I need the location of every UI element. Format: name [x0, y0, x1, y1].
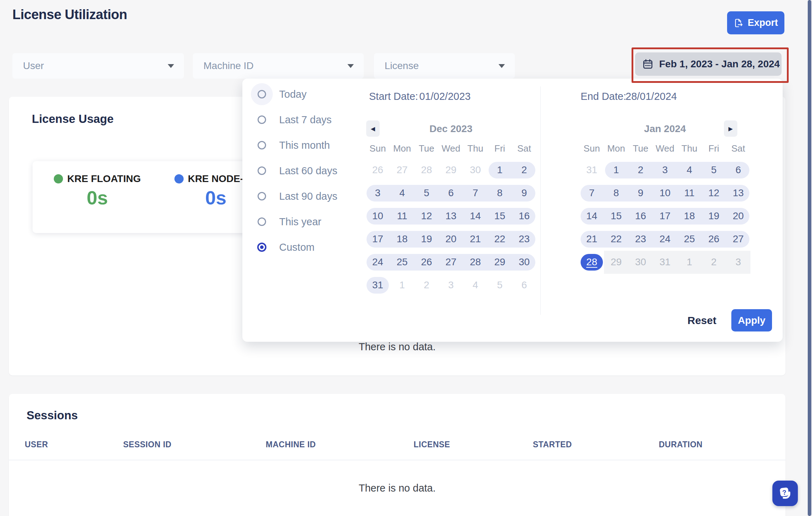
calendar-day[interactable]: 23	[512, 233, 536, 245]
calendar-day[interactable]: 3	[365, 187, 390, 199]
calendar-day[interactable]: 30	[463, 164, 488, 176]
calendar-day[interactable]: 22	[604, 233, 628, 245]
radio-checked-icon[interactable]	[257, 243, 266, 252]
calendar-day[interactable]: 15	[488, 210, 512, 222]
calendar-day[interactable]: 3	[653, 164, 677, 176]
calendar-day[interactable]: 24	[365, 256, 390, 268]
calendar-day[interactable]: 27	[726, 233, 750, 245]
calendar-day[interactable]: 13	[726, 187, 750, 199]
calendar-day[interactable]: 28	[414, 164, 439, 176]
calendar-day[interactable]: 2	[512, 164, 536, 176]
calendar-day[interactable]: 1	[604, 164, 628, 176]
calendar-day[interactable]: 25	[390, 256, 414, 268]
calendar-day[interactable]: 5	[414, 187, 439, 199]
calendar-day[interactable]: 11	[677, 187, 702, 199]
calendar-day[interactable]: 3	[439, 279, 463, 291]
preset-option-last-7-days[interactable]: Last 7 days	[242, 107, 364, 132]
calendar-day[interactable]: 24	[653, 233, 677, 245]
radio-icon[interactable]	[258, 90, 266, 98]
calendar-day[interactable]: 20	[439, 233, 463, 245]
export-button[interactable]: Export	[727, 11, 784, 34]
calendar-day[interactable]: 23	[628, 233, 653, 245]
calendar-day[interactable]: 29	[604, 256, 628, 268]
calendar-day[interactable]: 31	[653, 256, 677, 268]
calendar-day[interactable]: 4	[463, 279, 488, 291]
calendar-day[interactable]: 18	[677, 210, 702, 222]
reset-button[interactable]: Reset	[687, 314, 716, 327]
calendar-day[interactable]: 2	[628, 164, 653, 176]
user-filter-dropdown[interactable]: User	[12, 53, 184, 79]
calendar-day[interactable]: 26	[365, 164, 390, 176]
calendar-day[interactable]: 5	[488, 279, 512, 291]
calendar-day[interactable]: 19	[702, 210, 726, 222]
calendar-day[interactable]: 21	[580, 233, 604, 245]
calendar-day[interactable]: 4	[390, 187, 414, 199]
calendar-day[interactable]: 1	[390, 279, 414, 291]
calendar-day[interactable]: 16	[512, 210, 536, 222]
apply-button[interactable]: Apply	[731, 309, 772, 331]
calendar-day[interactable]: 6	[512, 279, 536, 291]
calendar-day[interactable]: 6	[726, 164, 750, 176]
calendar-day[interactable]: 29	[439, 164, 463, 176]
calendar-day[interactable]: 28	[463, 256, 488, 268]
calendar-day[interactable]: 9	[512, 187, 536, 199]
calendar-day[interactable]: 22	[488, 233, 512, 245]
preset-option-last-60-days[interactable]: Last 60 days	[242, 158, 364, 183]
calendar-day[interactable]: 13	[439, 210, 463, 222]
calendar-day[interactable]: 17	[653, 210, 677, 222]
calendar-day[interactable]: 11	[390, 210, 414, 222]
calendar-day[interactable]: 16	[628, 210, 653, 222]
preset-option-this-month[interactable]: This month	[242, 132, 364, 158]
calendar-day[interactable]: 10	[365, 210, 390, 222]
calendar-day[interactable]: 3	[726, 256, 750, 268]
preset-option-today[interactable]: Today	[242, 81, 364, 107]
calendar-day[interactable]: 19	[414, 233, 439, 245]
license-filter-dropdown[interactable]: License	[374, 53, 515, 79]
help-button[interactable]: ?	[772, 481, 798, 506]
calendar-day[interactable]: 25	[677, 233, 702, 245]
radio-icon[interactable]	[258, 115, 266, 124]
calendar-day[interactable]: 10	[653, 187, 677, 199]
calendar-day[interactable]: 17	[365, 233, 390, 245]
calendar-day[interactable]: 28	[580, 256, 604, 268]
end-date-value[interactable]: 28/01/2024	[626, 91, 677, 102]
preset-option-this-year[interactable]: This year	[242, 209, 364, 234]
calendar-day[interactable]: 1	[488, 164, 512, 176]
calendar-day[interactable]: 8	[488, 187, 512, 199]
scrollbar[interactable]	[807, 0, 812, 516]
radio-icon[interactable]	[258, 166, 266, 175]
calendar-day[interactable]: 26	[414, 256, 439, 268]
calendar-day[interactable]: 30	[628, 256, 653, 268]
start-date-value[interactable]: 01/02/2023	[419, 91, 471, 102]
radio-icon[interactable]	[258, 217, 266, 226]
calendar-day[interactable]: 7	[580, 187, 604, 199]
scrollbar-thumb[interactable]	[808, 0, 811, 516]
preset-option-custom[interactable]: Custom	[242, 234, 364, 260]
preset-option-last-90-days[interactable]: Last 90 days	[242, 183, 364, 209]
calendar-day[interactable]: 14	[463, 210, 488, 222]
calendar-day[interactable]: 29	[488, 256, 512, 268]
calendar-day[interactable]: 27	[390, 164, 414, 176]
calendar-day[interactable]: 2	[414, 279, 439, 291]
machine-id-filter-dropdown[interactable]: Machine ID	[193, 53, 364, 79]
calendar-day[interactable]: 2	[702, 256, 726, 268]
date-range-button[interactable]: Feb 1, 2023 - Jan 28, 2024	[635, 52, 782, 76]
calendar-day[interactable]: 15	[604, 210, 628, 222]
radio-icon[interactable]	[258, 192, 266, 200]
calendar-day[interactable]: 26	[702, 233, 726, 245]
calendar-day[interactable]: 14	[580, 210, 604, 222]
calendar-day[interactable]: 21	[463, 233, 488, 245]
calendar-day[interactable]: 30	[512, 256, 536, 268]
calendar-day[interactable]: 20	[726, 210, 750, 222]
calendar-day[interactable]: 31	[365, 279, 390, 291]
calendar-day[interactable]: 7	[463, 187, 488, 199]
calendar-day[interactable]: 4	[677, 164, 702, 176]
calendar-day[interactable]: 27	[439, 256, 463, 268]
calendar-day[interactable]: 12	[702, 187, 726, 199]
next-month-button[interactable]: ▶	[724, 120, 737, 137]
calendar-day[interactable]: 9	[628, 187, 653, 199]
radio-icon[interactable]	[258, 141, 266, 149]
calendar-day[interactable]: 8	[604, 187, 628, 199]
calendar-day[interactable]: 1	[677, 256, 702, 268]
calendar-day[interactable]: 12	[414, 210, 439, 222]
